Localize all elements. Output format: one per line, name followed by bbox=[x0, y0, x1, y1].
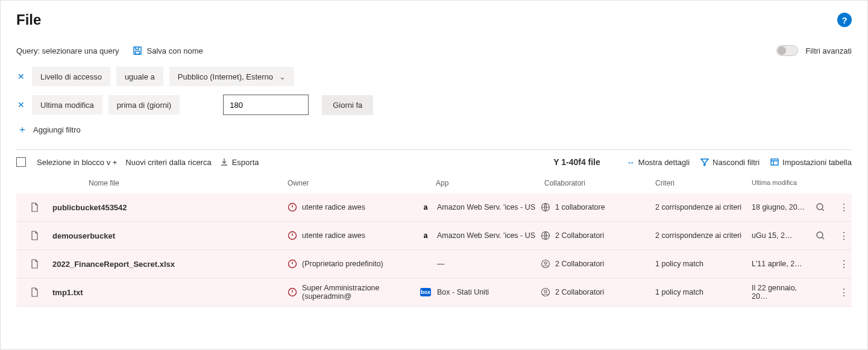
aws-icon: a bbox=[420, 202, 431, 213]
filter-row: ✕ Ultima modifica prima di (giorni) Gior… bbox=[16, 95, 852, 115]
bulk-select-button[interactable]: Selezione in blocco v + bbox=[37, 158, 117, 167]
download-icon bbox=[220, 158, 228, 166]
file-count: Y 1-40f4 file bbox=[553, 157, 600, 167]
row-search-button[interactable] bbox=[812, 202, 833, 212]
row-search-button[interactable] bbox=[812, 231, 833, 240]
collaborator-count: 2 Collaboratori bbox=[555, 288, 655, 296]
app-icon-none bbox=[420, 258, 431, 269]
plus-icon: ＋ bbox=[17, 123, 27, 136]
expand-icon: ↔ bbox=[627, 158, 635, 167]
owner-name: utente radice awes bbox=[302, 231, 420, 240]
select-all-checkbox[interactable] bbox=[16, 157, 26, 167]
advanced-filters-toggle[interactable] bbox=[776, 45, 798, 56]
remove-filter-button[interactable]: ✕ bbox=[16, 100, 26, 110]
filter-value-dropdown[interactable]: Pubblico (Internet), Esterno ⌄ bbox=[169, 67, 294, 86]
show-details-label: Mostra dettagli bbox=[638, 158, 690, 167]
chevron-down-icon: ⌄ bbox=[279, 72, 286, 81]
collaborator-icon bbox=[541, 202, 555, 212]
app-name: Box - Stati Uniti bbox=[437, 288, 541, 296]
add-filter-label: Aggiungi filtro bbox=[33, 125, 81, 134]
table-settings-button[interactable]: Impostazioni tabella bbox=[770, 158, 852, 167]
query-select-label[interactable]: Query: selezionare una query bbox=[16, 46, 119, 55]
owner-name: (Proprietario predefinito) bbox=[302, 260, 420, 268]
owner-name: Super Amministrazione (superadmin@ bbox=[302, 284, 420, 301]
filter-days-input[interactable] bbox=[223, 95, 309, 115]
policy-matches: 2 corrispondenze ai criteri bbox=[655, 231, 752, 240]
filter-icon bbox=[700, 158, 709, 166]
owner-name: utente radice awes bbox=[302, 203, 420, 211]
aws-icon: a bbox=[420, 230, 431, 241]
row-more-button[interactable]: ⋮ bbox=[833, 287, 854, 298]
col-policies[interactable]: Criteri bbox=[655, 179, 752, 187]
table-settings-label: Impostazioni tabella bbox=[782, 158, 852, 167]
save-query-label: Salva con nome bbox=[147, 46, 203, 55]
col-collab[interactable]: Collaboratori bbox=[541, 179, 655, 187]
last-modified: Il 22 gennaio, 20… bbox=[752, 284, 812, 301]
collaborator-count: 2 Collaboratori bbox=[555, 260, 655, 268]
hide-filters-button[interactable]: Nascondi filtri bbox=[700, 158, 760, 167]
add-filter-button[interactable]: ＋ Aggiungi filtro bbox=[17, 123, 852, 136]
file-icon bbox=[16, 231, 52, 240]
app-name: — bbox=[437, 260, 541, 268]
svg-point-11 bbox=[544, 262, 547, 264]
row-more-button[interactable]: ⋮ bbox=[833, 258, 854, 270]
svg-rect-2 bbox=[771, 159, 778, 165]
collaborator-count: 1 collaboratore bbox=[555, 203, 655, 211]
save-query-button[interactable]: Salva con nome bbox=[133, 46, 203, 55]
owner-warning-icon bbox=[288, 202, 302, 212]
save-icon bbox=[133, 46, 142, 55]
filter-row: ✕ Livello di accesso uguale a Pubblico (… bbox=[16, 67, 852, 86]
file-icon bbox=[16, 259, 52, 269]
collaborator-icon bbox=[541, 287, 555, 297]
col-name[interactable]: Nome file bbox=[52, 179, 288, 187]
last-modified: L'11 aprile, 2… bbox=[752, 260, 812, 268]
table-row[interactable]: demouserbucketutente radice awesaAmazon … bbox=[16, 222, 852, 250]
hide-filters-label: Nascondi filtri bbox=[712, 158, 760, 167]
file-icon bbox=[16, 202, 52, 212]
collaborator-icon bbox=[541, 259, 555, 269]
table-row[interactable]: tmp1.txtSuper Amministrazione (superadmi… bbox=[16, 278, 852, 307]
show-details-button[interactable]: ↔ Mostra dettagli bbox=[627, 158, 690, 167]
col-owner[interactable]: Owner bbox=[288, 179, 420, 187]
owner-warning-icon bbox=[288, 287, 302, 297]
file-name[interactable]: tmp1.txt bbox=[52, 288, 288, 297]
row-more-button[interactable]: ⋮ bbox=[833, 230, 854, 242]
filter-value-label: Pubblico (Internet), Esterno bbox=[178, 72, 273, 81]
file-name[interactable]: demouserbucket bbox=[52, 231, 288, 240]
app-name: Amazon Web Serv. 'ices - US bbox=[437, 203, 541, 211]
export-button[interactable]: Esporta bbox=[220, 158, 259, 167]
table-row[interactable]: 2022_FinanceReport_Secret.xlsx(Proprieta… bbox=[16, 250, 852, 278]
file-name[interactable]: publicbucket453542 bbox=[52, 203, 288, 212]
app-name: Amazon Web Serv. 'ices - US bbox=[437, 231, 541, 240]
new-policy-button[interactable]: Nuovi criteri dalla ricerca bbox=[125, 158, 211, 167]
page-title: File bbox=[16, 11, 41, 28]
owner-warning-icon bbox=[288, 231, 302, 240]
export-label: Esporta bbox=[232, 158, 259, 167]
advanced-filters-label: Filtri avanzati bbox=[805, 46, 852, 55]
last-modified: 18 giugno, 20… bbox=[752, 203, 812, 211]
svg-rect-1 bbox=[135, 51, 139, 54]
policy-matches: 1 policy match bbox=[655, 288, 752, 296]
policy-matches: 2 corrispondenze ai criteri bbox=[655, 203, 752, 211]
table-row[interactable]: publicbucket453542utente radice awesaAma… bbox=[16, 193, 852, 222]
row-more-button[interactable]: ⋮ bbox=[833, 202, 854, 213]
table-header-row: Nome file Owner App Collaboratori Criter… bbox=[16, 173, 852, 193]
col-modified[interactable]: Ultima modifica bbox=[752, 179, 812, 187]
filter-op-pill[interactable]: prima di (giorni) bbox=[108, 95, 180, 114]
help-button[interactable]: ? bbox=[837, 13, 852, 27]
owner-warning-icon bbox=[288, 259, 302, 269]
filter-op-pill[interactable]: uguale a bbox=[116, 67, 163, 86]
filter-unit-pill: Giorni fa bbox=[322, 95, 373, 115]
policy-matches: 1 policy match bbox=[655, 260, 752, 268]
svg-point-14 bbox=[544, 290, 547, 293]
filter-field-pill[interactable]: Ultima modifica bbox=[32, 95, 102, 114]
table-settings-icon bbox=[770, 158, 779, 166]
file-icon bbox=[16, 287, 52, 297]
last-modified: uGu 15, 2… bbox=[752, 231, 812, 240]
box-icon: box bbox=[420, 287, 431, 298]
col-app[interactable]: App bbox=[420, 179, 541, 187]
filter-field-pill[interactable]: Livello di accesso bbox=[32, 67, 110, 86]
file-name[interactable]: 2022_FinanceReport_Secret.xlsx bbox=[52, 260, 288, 269]
remove-filter-button[interactable]: ✕ bbox=[16, 72, 26, 81]
collaborator-count: 2 Collaboratori bbox=[555, 231, 655, 240]
